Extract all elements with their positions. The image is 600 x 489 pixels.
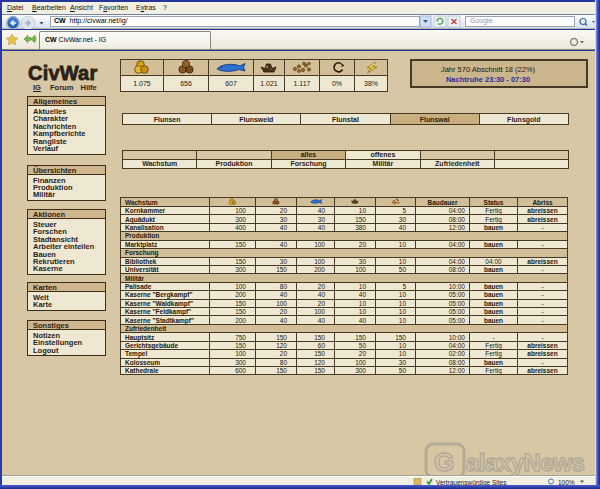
- svg-text:alaxyNews: alaxyNews: [466, 449, 584, 476]
- svg-text:G: G: [434, 447, 454, 476]
